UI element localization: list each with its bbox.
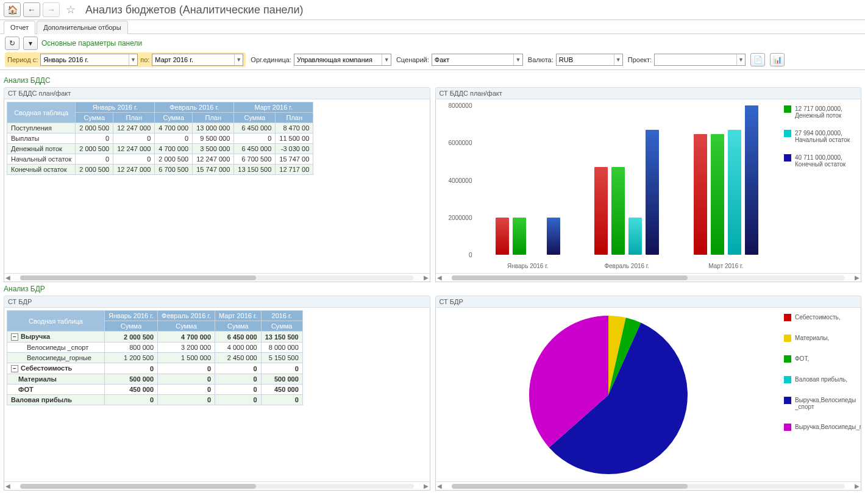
home-button[interactable]: 🏠 [4, 2, 21, 17]
cell: 0 [113, 154, 155, 165]
period-from-combo[interactable]: ▼ [40, 54, 138, 66]
period-from-label: Период с: [7, 56, 38, 63]
cell: 2 000 500 [105, 332, 158, 343]
currency-combo[interactable]: ▼ [556, 54, 623, 66]
cell: 800 000 [105, 343, 158, 353]
cell: 3 500 000 [193, 144, 234, 154]
tree-toggle-icon[interactable]: − [11, 333, 18, 341]
period-to-combo[interactable]: ▼ [152, 54, 243, 66]
org-combo[interactable]: ▼ [294, 54, 391, 66]
table-row: Валовая прибыль0000 [7, 395, 303, 405]
dropdown-arrow-icon[interactable]: ▼ [382, 54, 391, 65]
legend-label: Материалы, [795, 335, 829, 342]
row-label: Велосипеды_горные [7, 353, 105, 363]
cell: 13 150 500 [261, 332, 302, 343]
scenario-combo[interactable]: ▼ [432, 54, 523, 66]
dropdown-arrow-icon[interactable]: ▼ [614, 54, 622, 65]
cell: 2 000 500 [155, 154, 193, 165]
row-label: Валовая прибыль [7, 395, 105, 405]
cell: 9 500 000 [193, 133, 234, 144]
scroll-right-icon[interactable]: ▶ [422, 274, 430, 281]
legend-swatch-icon [784, 397, 791, 404]
tab-filters[interactable]: Дополнительные отборы [37, 21, 128, 34]
period-from-input[interactable] [41, 54, 128, 65]
dropdown-arrow-icon[interactable]: ▼ [129, 54, 138, 65]
row-label: Велосипеды _спорт [7, 343, 105, 353]
cell: 4 000 000 [215, 343, 262, 353]
tab-report[interactable]: Отчет [4, 21, 35, 34]
table-row: Велосипеды_горные1 200 5001 500 0002 450… [7, 353, 303, 363]
refresh-button[interactable]: ↻ [5, 37, 20, 50]
legend-swatch-icon [784, 424, 791, 431]
sub-header: Сумма [261, 321, 302, 332]
cell: 2 450 000 [215, 353, 262, 363]
bar-group [479, 105, 578, 255]
legend-swatch-icon [784, 314, 791, 321]
h-scrollbar[interactable]: ◀ ▶ [436, 273, 861, 282]
h-scrollbar[interactable]: ◀ ▶ [4, 273, 430, 282]
legend-item: 27 994 000,0000, Начальный остаток [784, 130, 858, 143]
scroll-right-icon[interactable]: ▶ [422, 483, 430, 489]
h-scrollbar[interactable]: ◀ ▶ [4, 481, 430, 490]
y-tick: 4000000 [449, 177, 472, 183]
project-input[interactable] [655, 54, 736, 65]
export-button[interactable]: 📄 [750, 53, 765, 66]
table-row: Денежный поток2 000 50012 247 0004 700 0… [7, 144, 313, 154]
row-label: Поступления [7, 123, 76, 133]
dropdown-arrow-icon[interactable]: ▼ [234, 54, 243, 65]
table-row: −Себестоимость0000 [7, 363, 303, 374]
cell: 12 247 000 [113, 165, 155, 175]
project-combo[interactable]: ▼ [654, 54, 746, 66]
x-tick: Январь 2016 г. [479, 263, 578, 269]
cell: 450 000 [105, 385, 158, 395]
month-header: 2016 г. [261, 311, 302, 321]
scroll-right-icon[interactable]: ▶ [853, 483, 861, 489]
favorite-icon[interactable]: ☆ [66, 3, 76, 16]
bar [728, 130, 741, 255]
collapse-filter-button[interactable]: ▾ [23, 37, 38, 50]
settings-button[interactable]: 📊 [770, 53, 785, 66]
forward-button[interactable]: → [43, 2, 60, 17]
legend-label: 27 994 000,0000, Начальный остаток [795, 130, 858, 143]
h-scrollbar[interactable]: ◀ ▶ [436, 481, 861, 490]
cell: 12 247 000 [113, 123, 155, 133]
legend-swatch-icon [784, 105, 791, 113]
dropdown-arrow-icon[interactable]: ▼ [736, 54, 745, 65]
bdr-table-panel: СТ БДР Сводная таблицаЯнварь 2016 г.Февр… [4, 296, 430, 491]
legend-item: 12 717 000,0000, Денежный поток [784, 105, 858, 119]
x-tick: Февраль 2016 г. [577, 263, 677, 269]
bar [745, 105, 758, 255]
cell: 12 247 000 [193, 154, 234, 165]
cell: 4 700 000 [155, 123, 193, 133]
section-bdds-title: Анализ БДДС [4, 76, 861, 85]
table-row: Выплаты0009 500 000011 500 00 [7, 133, 313, 144]
cell: 11 500 00 [276, 133, 313, 144]
cell: 13 150 500 [234, 165, 276, 175]
scroll-left-icon[interactable]: ◀ [4, 274, 12, 281]
scenario-input[interactable] [432, 54, 514, 65]
org-input[interactable] [294, 54, 382, 65]
table-row: Материалы500 00000500 000 [7, 374, 303, 385]
scroll-left-icon[interactable]: ◀ [4, 483, 12, 489]
currency-input[interactable] [557, 54, 614, 65]
sub-header: Сумма [234, 113, 276, 123]
y-tick: 2000000 [449, 214, 472, 221]
tree-toggle-icon[interactable]: − [11, 365, 18, 372]
scroll-left-icon[interactable]: ◀ [436, 274, 443, 281]
main-toolbar: 🏠 ← → ☆ Анализ бюджетов (Аналитические п… [0, 0, 865, 20]
period-to-input[interactable] [152, 54, 234, 65]
cell: 6 450 000 [234, 144, 276, 154]
scroll-right-icon[interactable]: ▶ [853, 274, 861, 281]
legend-swatch-icon [784, 355, 791, 363]
row-label: Начальный остаток [7, 154, 76, 165]
dropdown-arrow-icon[interactable]: ▼ [513, 54, 522, 65]
cell: 13 000 000 [193, 123, 234, 133]
period-from-group: Период с: ▼ по: ▼ [5, 52, 246, 67]
scroll-left-icon[interactable]: ◀ [436, 483, 443, 489]
cell: 0 [76, 154, 113, 165]
back-button[interactable]: ← [23, 2, 40, 17]
dashboard: Анализ БДДС СТ БДДС план/факт Сводная та… [0, 70, 865, 494]
legend-item: Материалы, [784, 335, 858, 342]
bdr-chart-panel: СТ БДР Себестоимость,Материалы,ФОТ,Валов… [435, 296, 862, 491]
org-group: Орг.единица: ▼ [251, 54, 391, 66]
